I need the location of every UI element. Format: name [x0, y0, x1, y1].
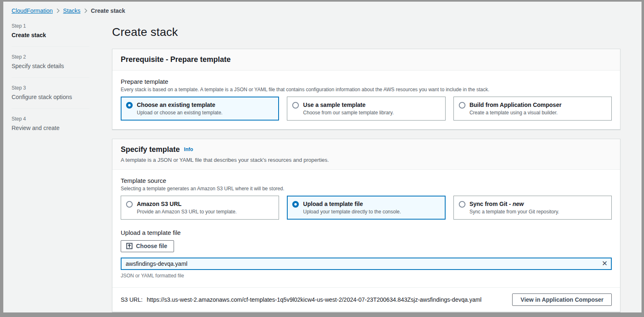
s3-url-label: S3 URL: [121, 296, 143, 303]
sidebar-step-2: Step 2 Specify stack details [12, 54, 112, 69]
tile-choose-existing-template[interactable]: Choose an existing template Upload or ch… [121, 97, 279, 121]
window-frame: CloudFormation Stacks Create stack Step … [0, 0, 644, 317]
template-source-description: Selecting a template generates an Amazon… [121, 186, 612, 192]
breadcrumb: CloudFormation Stacks Create stack [3, 2, 642, 14]
tile-description: Sync a template from your Git repository… [470, 209, 559, 215]
content-area: Step 1 Create stack Step 2 Specify stack… [3, 14, 642, 312]
tile-label: Amazon S3 URL [137, 200, 237, 208]
prerequisite-card-header: Prerequisite - Prepare template [112, 49, 620, 71]
radio-unchecked-icon[interactable] [292, 102, 299, 109]
tile-description: Upload or choose an existing template. [137, 110, 222, 116]
divider [12, 77, 89, 78]
radio-unchecked-icon[interactable] [459, 201, 465, 208]
upload-icon [126, 243, 133, 249]
sidebar-step-2-title[interactable]: Specify stack details [12, 63, 112, 69]
prerequisite-card: Prerequisite - Prepare template Prepare … [112, 49, 620, 130]
sidebar-step-1-title[interactable]: Create stack [12, 32, 112, 38]
breadcrumb-cloudformation-link[interactable]: CloudFormation [12, 7, 53, 14]
radio-checked-icon[interactable] [126, 102, 133, 109]
tile-amazon-s3-url[interactable]: Amazon S3 URL Provide an Amazon S3 URL t… [121, 196, 279, 220]
step-number-label: Step 2 [12, 54, 112, 60]
page-title: Create stack [112, 26, 620, 39]
specify-template-card-body: Template source Selecting a template gen… [112, 170, 620, 287]
s3-url-value: https://s3.us-west-2.amazonaws.com/cf-te… [147, 296, 482, 303]
prerequisite-card-title: Prerequisite - Prepare template [121, 55, 231, 64]
prerequisite-card-body: Prepare template Every stack is based on… [112, 71, 620, 129]
tile-label: Use a sample template [303, 101, 394, 109]
tile-build-from-application-composer[interactable]: Build from Application Composer Create a… [453, 97, 612, 121]
breadcrumb-current: Create stack [91, 7, 125, 14]
cloudformation-create-stack-page: CloudFormation Stacks Create stack Step … [3, 2, 642, 312]
tile-description: Create a template using a visual builder… [470, 110, 562, 116]
sidebar-step-4: Step 4 Review and create [12, 116, 112, 131]
file-format-helper-text: JSON or YAML formatted file [121, 273, 612, 279]
template-source-options: Amazon S3 URL Provide an Amazon S3 URL t… [121, 196, 612, 220]
chevron-right-icon [56, 8, 60, 13]
sidebar-step-4-title[interactable]: Review and create [12, 125, 112, 131]
sidebar-step-1: Step 1 Create stack [12, 23, 112, 38]
tile-use-sample-template[interactable]: Use a sample template Choose from our sa… [287, 97, 445, 121]
tile-description: Upload your template directly to the con… [303, 209, 401, 215]
specify-template-card-title: Specify template [121, 145, 180, 154]
wizard-actions: Cancel Next [112, 312, 620, 312]
breadcrumb-stacks-link[interactable]: Stacks [63, 7, 81, 14]
tile-sync-from-git[interactable]: Sync from Git - new Sync a template from… [453, 196, 612, 220]
step-number-label: Step 1 [12, 23, 112, 29]
specify-template-card: Specify templateInfo A template is a JSO… [112, 139, 620, 312]
main-panel: Create stack Prerequisite - Prepare temp… [112, 22, 620, 312]
upload-template-file-label: Upload a template file [121, 229, 612, 236]
info-link[interactable]: Info [184, 147, 193, 152]
specify-template-description: A template is a JSON or YAML file that d… [121, 157, 612, 163]
upload-template-file-section: Upload a template file Choose file ✕ JSO… [121, 229, 612, 279]
step-number-label: Step 4 [12, 116, 112, 122]
prepare-template-label: Prepare template [121, 78, 612, 85]
file-name-input[interactable] [121, 258, 612, 270]
wizard-steps-sidebar: Step 1 Create stack Step 2 Specify stack… [12, 22, 112, 312]
divider [12, 108, 89, 109]
template-source-label: Template source [121, 177, 612, 184]
tile-label: Sync from Git - new [470, 200, 559, 208]
tile-label: Build from Application Composer [470, 101, 562, 109]
tile-label-new-flag: new [513, 201, 524, 207]
tile-label: Upload a template file [303, 200, 401, 208]
tile-upload-template-file[interactable]: Upload a template file Upload your templ… [287, 196, 445, 220]
tile-label-text: Sync from Git - [470, 201, 513, 207]
radio-checked-icon[interactable] [292, 201, 299, 208]
s3-url-footer: S3 URL: https://s3.us-west-2.amazonaws.c… [112, 287, 620, 312]
prepare-template-description: Every stack is based on a template. A te… [121, 87, 612, 92]
tile-description: Choose from our sample template library. [303, 110, 394, 116]
sidebar-step-3: Step 3 Configure stack options [12, 85, 112, 100]
choose-file-button[interactable]: Choose file [121, 240, 174, 252]
specify-template-card-header: Specify templateInfo A template is a JSO… [112, 139, 620, 170]
tile-label: Choose an existing template [137, 101, 222, 109]
tile-description: Provide an Amazon S3 URL to your templat… [137, 209, 237, 215]
divider [12, 46, 89, 47]
view-in-application-composer-button[interactable]: View in Application Composer [512, 293, 612, 306]
file-name-field-wrapper: ✕ [121, 258, 612, 270]
sidebar-step-3-title[interactable]: Configure stack options [12, 94, 112, 100]
radio-unchecked-icon[interactable] [126, 201, 133, 208]
choose-file-button-label: Choose file [136, 243, 167, 249]
chevron-right-icon [84, 8, 88, 13]
prepare-template-options: Choose an existing template Upload or ch… [121, 97, 612, 121]
clear-file-icon[interactable]: ✕ [602, 260, 608, 267]
step-number-label: Step 3 [12, 85, 112, 91]
radio-unchecked-icon[interactable] [459, 102, 465, 109]
